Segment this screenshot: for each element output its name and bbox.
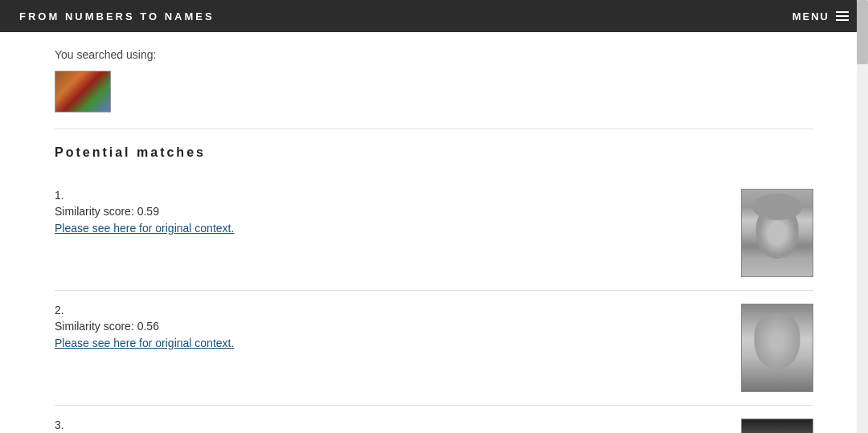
search-image-thumbnail: [55, 71, 110, 112]
match-number-2: 2.: [55, 304, 725, 317]
scrollbar[interactable]: [857, 0, 868, 433]
search-image-container: [55, 71, 813, 112]
match-image-2: [741, 304, 813, 392]
match-link-2[interactable]: Please see here for original context.: [55, 337, 234, 349]
divider: [55, 129, 813, 129]
match-item-2: 2. Similarity score: 0.56 Please see her…: [55, 291, 813, 406]
menu-label: MENU: [792, 10, 829, 22]
section-title: Potential matches: [55, 145, 813, 160]
match-info-1: 1. Similarity score: 0.59 Please see her…: [55, 189, 725, 235]
search-image: [55, 71, 111, 112]
match-link-1[interactable]: Please see here for original context.: [55, 222, 234, 235]
search-label: You searched using:: [55, 48, 813, 61]
match-image-1: [741, 189, 813, 277]
scrollbar-thumb[interactable]: [857, 0, 868, 64]
main-content: You searched using: Potential matches 1.…: [0, 32, 868, 433]
match-score-1: Similarity score: 0.59: [55, 205, 725, 218]
match-item-3: 3. Similarity score: 0.53 Please see her…: [55, 406, 813, 433]
match-image-3: [741, 419, 813, 433]
menu-button[interactable]: MENU: [792, 10, 849, 22]
match-score-2: Similarity score: 0.56: [55, 320, 725, 333]
hamburger-icon: [836, 11, 849, 21]
match-number-3: 3.: [55, 419, 725, 431]
site-header: FROM NUMBERS TO NAMES MENU: [0, 0, 868, 32]
match-info-3: 3. Similarity score: 0.53 Please see her…: [55, 419, 725, 433]
match-info-2: 2. Similarity score: 0.56 Please see her…: [55, 304, 725, 350]
match-item-1: 1. Similarity score: 0.59 Please see her…: [55, 176, 813, 291]
site-title: FROM NUMBERS TO NAMES: [19, 10, 215, 22]
match-number-1: 1.: [55, 189, 725, 202]
